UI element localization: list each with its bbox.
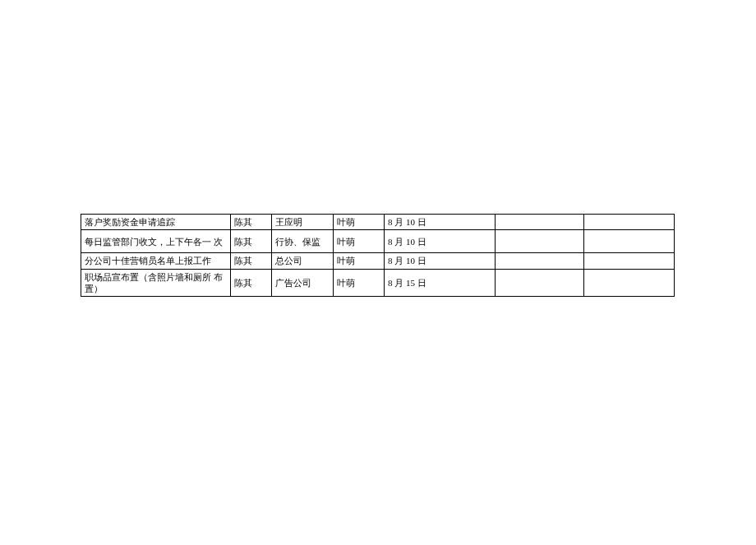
cell-empty xyxy=(584,215,675,230)
table-row: 职场品宣布置（含照片墙和厕所 布置） 陈其 广告公司 叶萌 8 月 15 日 xyxy=(81,269,675,297)
cell-owner: 陈其 xyxy=(231,230,272,253)
cell-date: 8 月 10 日 xyxy=(385,253,496,269)
cell-dept: 王应明 xyxy=(272,215,334,230)
cell-owner: 陈其 xyxy=(231,215,272,230)
cell-empty xyxy=(496,269,584,297)
cell-lead: 叶萌 xyxy=(334,269,385,297)
cell-empty xyxy=(584,253,675,269)
cell-dept: 行协、保监 xyxy=(272,230,334,253)
cell-empty xyxy=(496,253,584,269)
cell-date: 8 月 15 日 xyxy=(385,269,496,297)
table-row: 落户奖励资金申请追踪 陈其 王应明 叶萌 8 月 10 日 xyxy=(81,215,675,230)
cell-task: 分公司十佳营销员名单上报工作 xyxy=(81,253,231,269)
cell-task: 职场品宣布置（含照片墙和厕所 布置） xyxy=(81,269,231,297)
cell-empty xyxy=(584,230,675,253)
cell-lead: 叶萌 xyxy=(334,253,385,269)
cell-date: 8 月 10 日 xyxy=(385,215,496,230)
cell-owner: 陈其 xyxy=(231,253,272,269)
cell-dept: 总公司 xyxy=(272,253,334,269)
cell-dept: 广告公司 xyxy=(272,269,334,297)
cell-lead: 叶萌 xyxy=(334,230,385,253)
cell-empty xyxy=(496,230,584,253)
cell-lead: 叶萌 xyxy=(334,215,385,230)
cell-empty xyxy=(584,269,675,297)
cell-date: 8 月 10 日 xyxy=(385,230,496,253)
cell-task: 每日监管部门收文，上下午各一 次 xyxy=(81,230,231,253)
task-table-container: 落户奖励资金申请追踪 陈其 王应明 叶萌 8 月 10 日 每日监管部门收文，上… xyxy=(81,214,674,297)
table-row: 分公司十佳营销员名单上报工作 陈其 总公司 叶萌 8 月 10 日 xyxy=(81,253,675,269)
task-table: 落户奖励资金申请追踪 陈其 王应明 叶萌 8 月 10 日 每日监管部门收文，上… xyxy=(81,214,675,297)
cell-empty xyxy=(496,215,584,230)
cell-owner: 陈其 xyxy=(231,269,272,297)
cell-task: 落户奖励资金申请追踪 xyxy=(81,215,231,230)
table-row: 每日监管部门收文，上下午各一 次 陈其 行协、保监 叶萌 8 月 10 日 xyxy=(81,230,675,253)
